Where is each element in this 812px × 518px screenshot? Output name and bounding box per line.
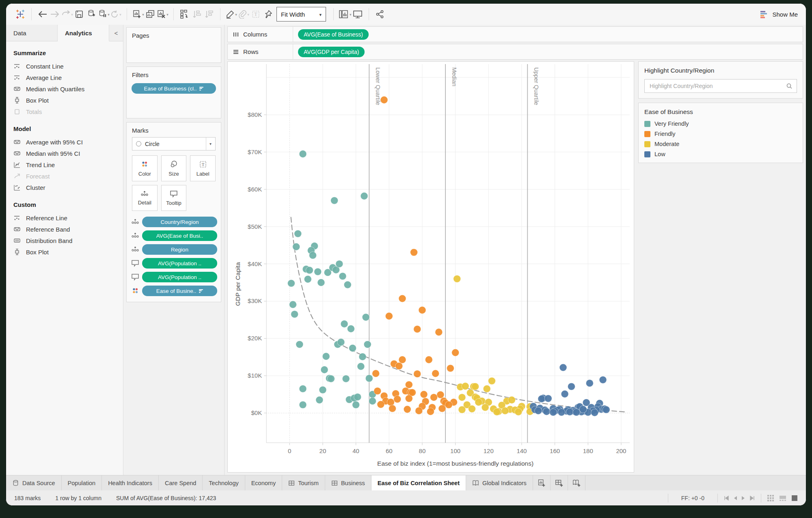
refresh-caret[interactable]: ▾	[119, 13, 121, 17]
pill-avg-population-1[interactable]: AVG(Population ..	[142, 258, 217, 269]
analytics-item-median-ci[interactable]: Median with 95% CI	[6, 148, 123, 159]
highlight-search-input[interactable]	[649, 82, 786, 90]
analytics-item-box-plot-custom[interactable]: Box Plot	[6, 246, 123, 258]
view-filmstrip-icon[interactable]	[779, 494, 786, 502]
pill-avg-ease-of-business[interactable]: AVG(Ease of Busi..	[142, 230, 217, 241]
highlight-pen-icon[interactable]: ▾	[225, 8, 238, 21]
tab-technology[interactable]: Technology	[203, 475, 245, 490]
analytics-item-constant-line[interactable]: Constant Line	[6, 60, 123, 72]
fit-dropdown[interactable]: Fit Width ▾	[276, 7, 326, 21]
color-button[interactable]: Color	[132, 155, 158, 181]
new-sheet-caret[interactable]: ▾	[142, 13, 144, 17]
clear-caret[interactable]: ▾	[166, 13, 168, 17]
sort-descending-icon[interactable]	[203, 8, 215, 21]
analytics-item-reference-band[interactable]: Reference Band	[6, 224, 123, 235]
pin-icon[interactable]	[262, 8, 274, 21]
previous-icon[interactable]	[733, 496, 737, 501]
filters-card[interactable]: Filters Ease of Business (cl..	[126, 67, 221, 118]
swap-axes-icon[interactable]	[179, 8, 191, 21]
sort-ascending-icon[interactable]	[191, 8, 203, 21]
analytics-item-median-quartiles[interactable]: Median with Quartiles	[6, 83, 123, 95]
pause-updates-icon[interactable]: ▾	[97, 8, 110, 21]
tab-care-spend[interactable]: Care Spend	[159, 475, 203, 490]
undo-icon[interactable]: ▾	[61, 8, 73, 21]
highlight-card: Highlight Country/Region	[638, 61, 803, 99]
duplicate-sheet-icon[interactable]	[144, 8, 156, 21]
size-button[interactable]: Size	[161, 155, 187, 181]
search-icon[interactable]	[786, 83, 793, 89]
columns-pill[interactable]: AVG(Ease of Business)	[298, 29, 369, 40]
worksheet-canvas[interactable]: $0K$10K$20K$30K$40K$50K$60K$70K$80K02040…	[227, 61, 634, 473]
tab-global-indicators[interactable]: Global Indicators	[466, 475, 533, 490]
last-story-point-icon[interactable]	[749, 496, 755, 501]
filter-pill-ease-of-business[interactable]: Ease of Business (cl..	[132, 83, 216, 94]
show-me-button[interactable]: Show Me	[760, 10, 798, 18]
legend-item-moderate[interactable]: Moderate	[644, 141, 797, 147]
pill-region[interactable]: Region	[142, 244, 217, 255]
tab-business[interactable]: Business	[325, 475, 371, 490]
label-button[interactable]: Label	[190, 155, 216, 181]
undo-caret[interactable]: ▾	[71, 13, 73, 17]
legend-item-low[interactable]: Low	[644, 151, 797, 157]
new-worksheet-icon[interactable]: ▾	[132, 8, 144, 21]
new-story-tab-button[interactable]	[568, 475, 585, 490]
analytics-item-distribution-band[interactable]: Distribution Band	[6, 235, 123, 246]
forward-icon[interactable]	[49, 8, 61, 21]
detail-button[interactable]: Detail	[132, 185, 158, 211]
tab-ease-of-biz-correlation-sheet[interactable]: Ease of Biz Correlation Sheet	[371, 475, 466, 490]
pill-ease-of-business-color[interactable]: Ease of Busine..	[142, 286, 217, 296]
pause-caret[interactable]: ▾	[108, 13, 110, 17]
tab-health-indicators[interactable]: Health Indicators	[102, 475, 159, 490]
rows-pill[interactable]: AVG(GDP per Capita)	[298, 47, 365, 57]
analytics-item-reference-line[interactable]: Reference Line	[6, 212, 123, 224]
scatter-plot[interactable]: $0K$10K$20K$30K$40K$50K$60K$70K$80K02040…	[228, 62, 634, 472]
status-bar: 183 marks 1 row by 1 column SUM of AVG(E…	[6, 490, 806, 505]
analytics-item-average-line[interactable]: Average Line	[6, 72, 123, 83]
highlight-caret[interactable]: ▾	[235, 13, 237, 17]
back-icon[interactable]	[37, 8, 49, 21]
tab-data-source[interactable]: Data Source	[6, 475, 62, 490]
tableau-logo-icon[interactable]	[14, 8, 26, 21]
mark-type-dropdown[interactable]: Circle ▾	[132, 137, 216, 150]
show-hide-cards-icon[interactable]: ▾	[339, 8, 352, 21]
legend-item-very-friendly[interactable]: Very Friendly	[644, 120, 797, 127]
view-grid-icon[interactable]	[767, 494, 774, 502]
group-caret[interactable]: ▾	[247, 13, 249, 17]
tab-data[interactable]: Data	[6, 25, 58, 41]
pill-country-region[interactable]: Country/Region	[142, 217, 217, 227]
analytics-item-box-plot[interactable]: Box Plot	[6, 95, 123, 106]
new-worksheet-tab-button[interactable]	[533, 475, 551, 490]
tab-economy[interactable]: Economy	[245, 475, 282, 490]
presentation-mode-icon[interactable]	[352, 8, 364, 21]
highlight-search-box[interactable]	[644, 79, 797, 93]
analytics-item-trend-line[interactable]: Trend Line	[6, 159, 123, 170]
legend-swatch	[644, 121, 650, 127]
sidebar-collapse-icon[interactable]: <	[109, 25, 123, 41]
tab-tourism[interactable]: Tourism	[282, 475, 325, 490]
svg-text:80: 80	[419, 447, 426, 454]
rows-shelf[interactable]: Rows AVG(GDP per Capita)	[227, 44, 803, 60]
save-icon[interactable]	[73, 8, 85, 21]
text-label-icon[interactable]	[250, 8, 262, 21]
new-datasource-icon[interactable]	[85, 8, 97, 21]
group-paperclip-icon[interactable]: ▾	[238, 8, 250, 21]
view-single-icon[interactable]	[791, 495, 798, 501]
first-story-point-icon[interactable]	[723, 496, 729, 501]
analytics-item-average-ci[interactable]: Average with 95% CI	[6, 136, 123, 148]
share-icon[interactable]	[374, 8, 386, 21]
next-icon[interactable]	[741, 496, 745, 501]
tab-population[interactable]: Population	[62, 475, 102, 490]
new-dashboard-tab-button[interactable]	[551, 475, 568, 490]
cards-caret[interactable]: ▾	[350, 13, 352, 17]
pages-card[interactable]: Pages	[126, 27, 221, 63]
color-legend-card: Ease of Business Very Friendly Friendly …	[638, 103, 803, 163]
tooltip-button[interactable]: Tooltip	[161, 185, 187, 211]
svg-text:$0K: $0K	[251, 409, 262, 416]
legend-item-friendly[interactable]: Friendly	[644, 131, 797, 137]
pill-avg-population-2[interactable]: AVG(Population ..	[142, 272, 217, 282]
tab-analytics[interactable]: Analytics	[58, 25, 109, 41]
clear-sheet-icon[interactable]: ▾	[156, 8, 168, 21]
columns-shelf[interactable]: Columns AVG(Ease of Business)	[227, 26, 803, 42]
analytics-item-cluster[interactable]: Cluster	[6, 182, 123, 193]
refresh-icon[interactable]: ▾	[110, 8, 122, 21]
